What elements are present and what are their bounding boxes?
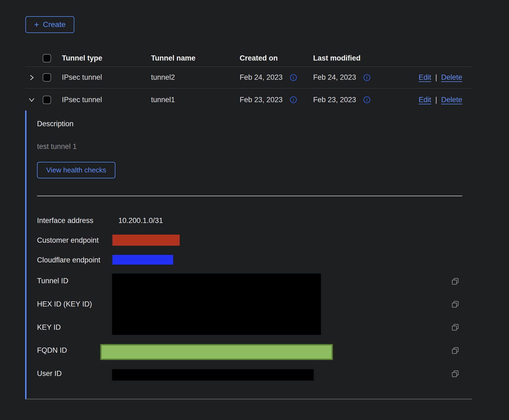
create-button-label: Create: [43, 20, 66, 29]
last-modified-cell: Feb 24, 2023 i: [307, 73, 388, 82]
description-label: Description: [37, 120, 73, 128]
last-modified-value: Feb 23, 2023: [313, 96, 356, 104]
chevron-down-icon[interactable]: [28, 96, 35, 103]
col-header-last-modified: Last modified: [307, 54, 388, 62]
info-icon[interactable]: i: [363, 96, 371, 104]
copy-key-id-button[interactable]: [451, 323, 459, 331]
col-header-tunnel-name: Tunnel name: [145, 54, 233, 62]
expander-cell: [25, 74, 38, 81]
created-on-value: Feb 23, 2023: [240, 96, 283, 104]
key-id-label: KEY ID: [37, 323, 61, 332]
tunnel-type-cell: IPsec tunnel: [55, 73, 145, 82]
fqdn-id-label: FQDN ID: [37, 346, 67, 355]
svg-text:i: i: [366, 75, 368, 80]
tunnel-name-cell: tunnel1: [145, 96, 233, 104]
row-checkbox[interactable]: [43, 96, 51, 104]
table-row-tunnel2: IPsec tunnel tunnel2 Feb 24, 2023 i Feb …: [25, 67, 472, 88]
copy-icon: [451, 346, 459, 355]
edit-link[interactable]: Edit: [418, 73, 431, 82]
user-id-redacted-value: [112, 369, 314, 381]
select-all-checkbox[interactable]: [43, 54, 51, 62]
action-divider: |: [435, 73, 437, 82]
created-on-cell: Feb 23, 2023 i: [233, 96, 307, 104]
info-icon[interactable]: i: [290, 74, 297, 81]
delete-link[interactable]: Delete: [441, 73, 462, 82]
customer-endpoint-label: Customer endpoint: [37, 236, 99, 245]
info-icon[interactable]: i: [290, 96, 297, 104]
row-checkbox[interactable]: [43, 73, 51, 82]
delete-link[interactable]: Delete: [441, 96, 462, 104]
copy-icon: [451, 277, 459, 285]
row-actions: Edit | Delete: [388, 73, 472, 82]
tunnel-id-label: Tunnel ID: [37, 276, 68, 285]
col-header-tunnel-type: Tunnel type: [55, 54, 145, 62]
cloudflare-endpoint-label: Cloudflare endpoint: [37, 256, 100, 264]
select-all-cell: [38, 54, 55, 62]
action-divider: |: [435, 96, 437, 104]
tunnel-id-redacted-values: [112, 274, 321, 335]
row-checkbox-cell: [38, 96, 55, 104]
customer-endpoint-redacted-value: [112, 235, 180, 246]
info-icon[interactable]: i: [363, 74, 371, 81]
view-health-checks-button[interactable]: View health checks: [37, 162, 115, 178]
svg-text:i: i: [366, 97, 368, 102]
plus-icon: +: [34, 20, 39, 29]
hex-id-label: HEX ID (KEY ID): [37, 300, 92, 308]
copy-icon: [451, 300, 459, 308]
copy-icon: [451, 323, 459, 331]
last-modified-cell: Feb 23, 2023 i: [307, 96, 388, 104]
copy-user-id-button[interactable]: [451, 370, 459, 378]
svg-text:i: i: [293, 97, 294, 102]
copy-hex-id-button[interactable]: [451, 300, 459, 308]
table-row-tunnel1: IPsec tunnel tunnel1 Feb 23, 2023 i Feb …: [25, 88, 472, 111]
create-button[interactable]: + Create: [25, 16, 74, 33]
expander-cell: [25, 96, 38, 103]
tunnel-name-cell: tunnel2: [145, 73, 233, 82]
col-header-created-on: Created on: [233, 54, 307, 62]
row-actions: Edit | Delete: [388, 96, 472, 104]
tunnel-type-cell: IPsec tunnel: [55, 96, 145, 104]
description-value: test tunnel 1: [37, 142, 77, 151]
tunnels-table: Tunnel type Tunnel name Created on Last …: [25, 50, 472, 111]
copy-tunnel-id-button[interactable]: [451, 277, 459, 285]
user-id-label: User ID: [37, 369, 62, 378]
table-header-row: Tunnel type Tunnel name Created on Last …: [25, 50, 472, 67]
chevron-right-icon[interactable]: [28, 74, 35, 81]
created-on-value: Feb 24, 2023: [240, 73, 283, 82]
section-divider: [37, 196, 462, 196]
edit-link[interactable]: Edit: [418, 96, 431, 104]
last-modified-value: Feb 24, 2023: [313, 73, 356, 82]
copy-fqdn-id-button[interactable]: [451, 346, 459, 355]
interface-address-value: 10.200.1.0/31: [118, 216, 163, 225]
copy-icon: [451, 370, 459, 378]
tunnel-details-panel: Description test tunnel 1 View health ch…: [25, 111, 472, 399]
svg-text:i: i: [293, 75, 294, 80]
interface-address-label: Interface address: [37, 216, 93, 225]
created-on-cell: Feb 24, 2023 i: [233, 73, 307, 82]
fqdn-id-redacted-value: [100, 344, 333, 360]
ipsec-tunnels-page: + Create Tunnel type Tunnel name Created…: [0, 0, 509, 420]
cloudflare-endpoint-redacted-value: [112, 255, 173, 265]
row-checkbox-cell: [38, 73, 55, 82]
